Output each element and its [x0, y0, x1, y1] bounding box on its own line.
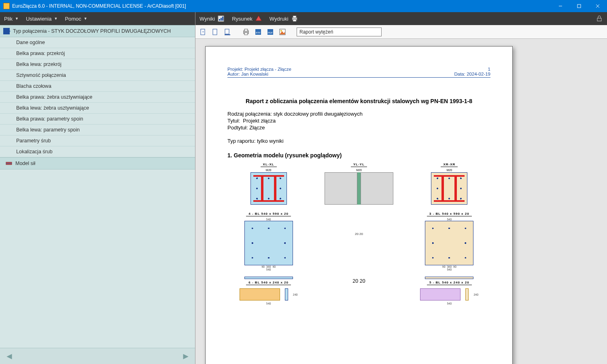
dwg-mid-annot: 20 20: [318, 212, 400, 271]
page-header: Projekt: Projekt złącza - Złącze Autor: …: [227, 67, 490, 78]
rect-purple-icon: [420, 288, 461, 301]
flag-icon: [3, 28, 10, 34]
svg-rect-18: [225, 29, 229, 34]
svg-rect-12: [293, 16, 296, 18]
dwg-bl6: 6 - BL 540 x 240 x 20 240 540: [227, 277, 310, 305]
prev-arrow-button[interactable]: ◄: [5, 351, 14, 362]
svg-text:PDF: PDF: [268, 32, 273, 34]
nav-item-dane-ogolne[interactable]: Dane ogólne: [0, 37, 195, 48]
bar-tan-icon: [465, 288, 469, 301]
dwg-bl3: 3 - BL 540 x 590 x 20 540 90 360 90 540: [408, 212, 490, 271]
report-page: Projekt: Projekt złącza - Złącze Autor: …: [205, 46, 513, 364]
dwg-bl5: 5 - BL 540 x 240 x 20 240 540: [408, 277, 490, 305]
nav-item-belka-prawa-spoiny[interactable]: Belka prawa: parametry spoin: [0, 114, 195, 125]
nav-model-sil[interactable]: Model sił: [0, 157, 195, 169]
connection-type-header[interactable]: Typ połączenia - STYK DOCZOŁOWY PROFILI …: [0, 25, 195, 37]
svg-rect-22: [244, 33, 248, 35]
svg-rect-17: [213, 29, 217, 35]
export-pdf-icon[interactable]: PDF: [266, 28, 275, 36]
menu-wyniki[interactable]: Wyniki: [200, 15, 225, 22]
menu-rysunek-label: Rysunek: [232, 16, 253, 22]
menu-ustawienia-label: Ustawienia: [26, 16, 52, 22]
report-type: Typ raportu: tylko wyniki: [227, 138, 490, 144]
menu-pomoc-label: Pomoc: [65, 16, 81, 22]
menu-plik-label: Plik: [4, 16, 13, 22]
app-icon: [3, 3, 10, 9]
bar-blue-icon: [285, 288, 288, 301]
window-title: EuroZłącza 6.0 - INTERNAL, NON-COMMERCIA…: [12, 3, 551, 9]
menu-plik[interactable]: Plik▼: [4, 16, 19, 22]
report-subtitle: Podtytuł: Złącze: [227, 125, 490, 131]
left-pane: Plik▼ Ustawienia▼ Pomoc▼ Typ połączenia …: [0, 12, 195, 364]
nav-item-parametry-srub[interactable]: Parametry śrub: [0, 135, 195, 146]
printouts-icon: [291, 15, 298, 22]
minimize-button[interactable]: [551, 0, 570, 12]
left-menubar: Plik▼ Ustawienia▼ Pomoc▼: [0, 12, 195, 25]
nav-footer: ◄ ►: [0, 348, 195, 364]
report-proj-title: Tytuł: Projekt złącza: [227, 118, 490, 124]
window-controls: [551, 0, 607, 12]
rect-orange-icon: [240, 288, 280, 301]
svg-rect-1: [577, 4, 581, 8]
print-icon[interactable]: [242, 28, 250, 36]
menu-wydruki[interactable]: Wydruki: [270, 15, 298, 22]
menu-rysunek[interactable]: Rysunek: [232, 15, 262, 22]
svg-rect-9: [222, 17, 223, 21]
menu-wyniki-label: Wyniki: [200, 16, 215, 22]
next-arrow-button[interactable]: ►: [181, 351, 190, 362]
menu-wydruki-label: Wydruki: [270, 16, 289, 22]
svg-rect-14: [597, 18, 601, 21]
nav-item-belka-prawa-zebra[interactable]: Belka prawa: żebra usztywniające: [0, 92, 195, 103]
svg-marker-10: [256, 16, 261, 21]
report-select[interactable]: Raport wytężeń: [297, 28, 382, 36]
nav-item-blacha-czolowa[interactable]: Blacha czołowa: [0, 81, 195, 92]
report-conn-type: Rodzaj połączenia: styk doczołowy profil…: [227, 111, 490, 117]
svg-rect-13: [293, 19, 296, 21]
forces-icon: [6, 160, 12, 167]
nav-item-belka-lewa-przekroj[interactable]: Belka lewa: przekrój: [0, 59, 195, 70]
dwg-bl4: 4 - BL 540 x 590 x 20 540 90 360 90 540: [227, 212, 310, 271]
dwg-xr-xr: XR-XR M20: [408, 163, 490, 205]
nav-model-sil-label: Model sił: [15, 161, 35, 166]
menu-pomoc[interactable]: Pomoc▼: [65, 16, 87, 22]
svg-rect-8: [221, 18, 222, 21]
connection-type-label: Typ połączenia - STYK DOCZOŁOWY PROFILI …: [13, 28, 171, 34]
nav-item-sztywnosc[interactable]: Sztywność połączenia: [0, 70, 195, 81]
report-toolbar: + RTF PDF Raport wytężeń: [195, 25, 607, 39]
report-select-value: Raport wytężeń: [299, 29, 333, 35]
export-image-icon[interactable]: [278, 28, 287, 36]
dwg-yl-yl: YL-YL M20: [318, 163, 400, 205]
section-geometry-heading: 1. Geometria modelu (rysunek poglądowy): [227, 152, 490, 159]
page-baseline-icon[interactable]: [223, 28, 232, 36]
close-button[interactable]: [588, 0, 607, 12]
svg-text:RTF: RTF: [256, 32, 261, 34]
right-pane: Wyniki Rysunek Wydruki: [195, 12, 607, 364]
document-viewport[interactable]: Projekt: Projekt złącza - Złącze Autor: …: [195, 39, 607, 364]
nav-item-belka-lewa-zebra[interactable]: Belka lewa: żebra usztywniające: [0, 103, 195, 114]
maximize-button[interactable]: [570, 0, 588, 12]
page-icon[interactable]: [211, 28, 220, 36]
dwg-xl-xl: XL-XL M20: [227, 163, 310, 205]
menu-ustawienia[interactable]: Ustawienia▼: [26, 16, 58, 22]
right-menubar: Wyniki Rysunek Wydruki: [195, 12, 607, 25]
results-icon: [217, 15, 225, 22]
svg-text:+: +: [202, 30, 204, 34]
nav-item-belka-prawa-przekroj[interactable]: Belka prawa: przekrój: [0, 48, 195, 59]
svg-rect-7: [219, 19, 220, 21]
nav-item-belka-lewa-spoiny[interactable]: Belka lewa: parametry spoin: [0, 125, 195, 135]
drawings-row-1: XL-XL M20 YL-YL M20 XR-XR M20: [227, 163, 490, 205]
titlebar: EuroZłącza 6.0 - INTERNAL, NON-COMMERCIA…: [0, 0, 607, 12]
nav-item-lokalizacja-srub[interactable]: Lokalizacja śrub: [0, 146, 195, 157]
drawings-row-2: 4 - BL 540 x 590 x 20 540 90 360 90 540 …: [227, 212, 490, 271]
svg-rect-21: [244, 29, 248, 31]
svg-point-29: [280, 30, 282, 32]
new-page-icon[interactable]: +: [199, 28, 208, 36]
export-rtf-icon[interactable]: RTF: [254, 28, 263, 36]
nav-list: Dane ogólne Belka prawa: przekrój Belka …: [0, 37, 195, 348]
report-title: Raport z obliczania połączenia elementów…: [227, 98, 490, 104]
lock-icon[interactable]: [596, 15, 603, 22]
dwg-mid-annot-2: 20 20: [318, 277, 400, 305]
drawings-row-3: 6 - BL 540 x 240 x 20 240 540 20 20 5: [227, 277, 490, 305]
drawing-icon: [255, 15, 262, 22]
